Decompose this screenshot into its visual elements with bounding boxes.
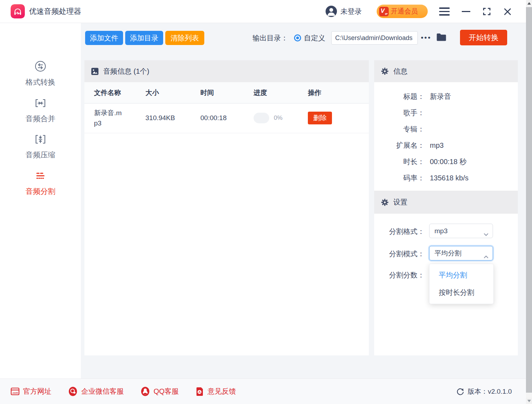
info-ext-value: mp3 (430, 141, 444, 150)
dropdown-option-by-duration[interactable]: 按时长分割 (430, 284, 493, 301)
table-header-row: 文件名称 大小 时间 进度 操作 (84, 82, 369, 103)
wecom-service-icon (68, 387, 78, 396)
website-icon: .com (11, 387, 20, 395)
info-bitrate-value: 135618 kb/s (430, 174, 469, 182)
file-time: 00:00:18 (200, 114, 254, 122)
sidebar-item-audio-compress[interactable]: 音频压缩 (0, 133, 81, 160)
info-artist-label: 歌手： (374, 108, 425, 118)
svg-text:.com: .com (12, 391, 18, 394)
col-time: 时间 (200, 88, 254, 97)
info-ext-label: 扩展名： (374, 141, 425, 150)
minimize-icon[interactable] (461, 0, 471, 23)
format-convert-icon (34, 60, 47, 73)
official-website-link[interactable]: .com 官方网址 (11, 387, 51, 396)
col-filename: 文件名称 (94, 88, 145, 97)
delete-button[interactable]: 删除 (308, 112, 332, 124)
window-scrollbar (526, 0, 532, 404)
vip-badge-icon: V IP (379, 7, 389, 16)
chevron-down-icon (484, 230, 488, 238)
sidebar-item-audio-merge[interactable]: 音频合并 (0, 97, 81, 124)
output-dir-label: 输出目录： (253, 31, 288, 45)
col-action: 操作 (308, 88, 369, 97)
sidebar: 格式转换 音频合并 音频压缩 音频分割 (0, 23, 81, 378)
output-path-input[interactable] (331, 31, 418, 45)
audio-split-icon (34, 169, 47, 182)
file-size: 310.94KB (145, 114, 200, 122)
split-format-select[interactable]: mp3 (429, 224, 493, 238)
footer: .com 官方网址 企业微信客服 QQ客服 (0, 378, 526, 404)
col-progress: 进度 (254, 88, 308, 97)
info-title-value: 新录音 (430, 92, 451, 101)
split-mode-select[interactable]: 平均分割 (429, 246, 493, 260)
refresh-icon[interactable] (456, 387, 464, 395)
progress-bar (254, 113, 269, 123)
gear-icon (381, 198, 389, 207)
chevron-up-icon (484, 252, 488, 260)
scrollbar-up-icon[interactable] (526, 0, 532, 6)
dropdown-option-average-split[interactable]: 平均分割 (430, 266, 493, 284)
split-mode-dropdown: 平均分割 按时长分割 (429, 264, 494, 304)
open-vip-label: 开通会员 (391, 7, 418, 16)
info-fields: 标题：新录音 歌手： 专辑： 扩展名：mp3 时长：00:00:18 秒 码率：… (374, 82, 518, 186)
sidebar-item-audio-split[interactable]: 音频分割 (0, 169, 81, 196)
split-count-label: 分割分数： (374, 270, 425, 280)
progress-cell: 0% (254, 113, 308, 123)
add-directory-button[interactable]: 添加目录 (125, 31, 163, 45)
audio-info-title: 音频信息 (1个) (103, 67, 149, 76)
split-format-label: 分割格式： (374, 227, 425, 236)
audio-compress-icon (34, 133, 47, 146)
table-row: 新录音.mp3 310.94KB 00:00:18 0% 删除 (84, 103, 369, 133)
svg-text:A: A (199, 390, 201, 394)
sidebar-item-format-convert[interactable]: 格式转换 (0, 60, 81, 87)
audio-info-panel: 音频信息 (1个) 文件名称 大小 时间 进度 操作 新录音.mp3 310.9… (84, 60, 369, 355)
version-info: 版本：v2.0.1.0 (456, 387, 512, 396)
maximize-icon[interactable] (482, 0, 492, 23)
title-bar: 优速音频处理器 未登录 V IP 开通会员 (0, 0, 526, 23)
audio-info-icon (91, 67, 99, 75)
close-icon[interactable] (502, 0, 513, 23)
feedback-icon: A (195, 387, 204, 396)
custom-radio[interactable] (294, 34, 301, 41)
right-panel: 信息 标题：新录音 歌手： 专辑： 扩展名：mp3 时长：00:00:18 秒 … (374, 60, 518, 355)
info-duration-label: 时长： (374, 157, 425, 167)
app-window: 优速音频处理器 未登录 V IP 开通会员 (0, 0, 526, 404)
clear-list-button[interactable]: 清除列表 (165, 31, 204, 45)
qq-service-icon (140, 387, 150, 396)
info-duration-value: 00:00:18 秒 (430, 157, 466, 167)
scrollbar-down-icon[interactable] (526, 398, 532, 404)
info-album-label: 专辑： (374, 124, 425, 134)
app-title: 优速音频处理器 (29, 0, 81, 23)
version-label: 版本：v2.0.1.0 (467, 387, 512, 396)
scrollbar-thumb[interactable] (526, 7, 532, 393)
col-size: 大小 (145, 88, 200, 97)
feedback-link[interactable]: A 意见反馈 (195, 387, 236, 396)
login-status[interactable]: 未登录 (340, 0, 362, 23)
audio-info-panel-header: 音频信息 (1个) (84, 60, 369, 82)
open-vip-button[interactable]: V IP 开通会员 (377, 5, 428, 18)
hamburger-menu-icon[interactable] (438, 0, 450, 23)
info-panel-header: 信息 (374, 60, 518, 82)
info-panel-title: 信息 (393, 67, 408, 76)
file-name: 新录音.mp3 (94, 108, 125, 129)
app-logo-icon (11, 4, 25, 18)
audio-merge-icon (34, 97, 47, 110)
settings-panel-header: 设置 (374, 191, 518, 214)
browse-more-button[interactable]: ●●● (421, 31, 431, 45)
settings-panel-title: 设置 (393, 197, 408, 207)
gear-icon (381, 67, 389, 75)
add-file-button[interactable]: 添加文件 (85, 31, 123, 45)
qq-service-link[interactable]: QQ客服 (140, 387, 179, 396)
open-folder-icon[interactable] (436, 33, 447, 43)
info-title-label: 标题： (374, 92, 425, 101)
start-convert-button[interactable]: 开始转换 (460, 30, 507, 45)
avatar-icon[interactable] (326, 6, 337, 17)
custom-radio-label[interactable]: 自定义 (304, 31, 325, 45)
wecom-service-link[interactable]: 企业微信客服 (68, 387, 124, 396)
info-bitrate-label: 码率： (374, 173, 425, 183)
progress-percent: 0% (274, 114, 283, 122)
split-mode-label: 分割模式： (374, 249, 425, 259)
